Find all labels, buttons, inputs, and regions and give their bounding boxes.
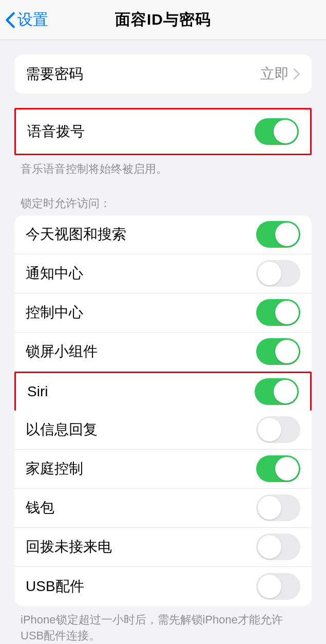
- locked-toggle[interactable]: [256, 338, 300, 365]
- locked-row-label: USB配件: [26, 577, 84, 596]
- toggle-knob: [258, 575, 281, 598]
- voice-dial-toggle[interactable]: [255, 118, 299, 145]
- locked-row-label: 控制中心: [26, 303, 83, 322]
- locked-row-label: 回拨未接来电: [26, 537, 112, 557]
- voice-dial-footer: 音乐语音控制将始终被启用。: [0, 155, 326, 177]
- locked-toggle[interactable]: [256, 299, 300, 326]
- toggle-knob: [275, 301, 299, 324]
- locked-row: 回拨未接来电: [14, 528, 312, 567]
- require-passcode-value: 立即: [260, 64, 289, 84]
- require-passcode-label: 需要密码: [26, 64, 83, 84]
- locked-access-group: 今天视图和搜索通知中心控制中心锁屏小组件Siri以信息回复家庭控制钱包回拨未接来…: [14, 215, 312, 606]
- locked-toggle[interactable]: [256, 533, 300, 560]
- locked-row: 钱包: [14, 489, 312, 528]
- require-passcode-value-wrap: 立即: [260, 64, 300, 84]
- chevron-left-icon: [5, 11, 15, 29]
- require-passcode-row[interactable]: 需要密码 立即: [14, 54, 312, 94]
- locked-row: 家庭控制: [14, 450, 312, 489]
- content: 需要密码 立即 语音拨号 音乐语音控制将始终被启用。 锁定时允许访问： 今天视图…: [0, 54, 326, 644]
- toggle-knob: [275, 457, 299, 481]
- locked-row: Siri: [14, 372, 312, 411]
- locked-toggle[interactable]: [255, 378, 299, 405]
- toggle-knob: [275, 340, 299, 363]
- voice-dial-group-wrap: 语音拨号: [14, 108, 312, 155]
- toggle-knob: [274, 120, 297, 143]
- locked-row: 控制中心: [14, 293, 312, 333]
- locked-row: 今天视图和搜索: [14, 215, 312, 254]
- locked-toggle[interactable]: [256, 260, 300, 287]
- locked-row-label: Siri: [27, 383, 48, 400]
- locked-row: 锁屏小组件: [14, 333, 312, 372]
- locked-row-label: 锁屏小组件: [26, 342, 98, 361]
- locked-row: 以信息回复: [14, 411, 312, 450]
- page-title: 面容ID与密码: [0, 9, 326, 30]
- locked-toggle[interactable]: [256, 573, 300, 600]
- voice-dial-row: 语音拨号: [16, 109, 310, 154]
- locked-toggle[interactable]: [256, 455, 300, 482]
- toggle-knob: [258, 535, 281, 559]
- locked-row: USB配件: [14, 567, 312, 606]
- toggle-knob: [258, 496, 281, 520]
- voice-dial-group: 语音拨号: [16, 109, 310, 154]
- back-button[interactable]: 设置: [0, 9, 48, 30]
- chevron-right-icon: [293, 68, 300, 80]
- passcode-group: 需要密码 立即: [14, 54, 312, 94]
- locked-row-label: 家庭控制: [26, 459, 83, 479]
- locked-access-header: 锁定时允许访问：: [0, 177, 326, 215]
- locked-row-label: 通知中心: [26, 264, 83, 283]
- navbar: 设置 面容ID与密码: [0, 0, 326, 40]
- locked-toggle[interactable]: [256, 494, 300, 521]
- locked-row-label: 钱包: [26, 498, 54, 518]
- locked-toggle[interactable]: [256, 221, 300, 248]
- toggle-knob: [275, 223, 299, 246]
- toggle-knob: [274, 380, 297, 403]
- toggle-knob: [258, 418, 281, 441]
- voice-dial-label: 语音拨号: [27, 122, 85, 141]
- locked-toggle[interactable]: [256, 416, 300, 443]
- locked-row-label: 今天视图和搜索: [26, 225, 126, 244]
- toggle-knob: [258, 262, 281, 285]
- back-label: 设置: [17, 9, 48, 30]
- locked-row-label: 以信息回复: [26, 420, 98, 439]
- locked-access-footer: iPhone锁定超过一小时后，需先解锁iPhone才能允许USB配件连接。: [0, 606, 326, 644]
- locked-row: 通知中心: [14, 254, 312, 293]
